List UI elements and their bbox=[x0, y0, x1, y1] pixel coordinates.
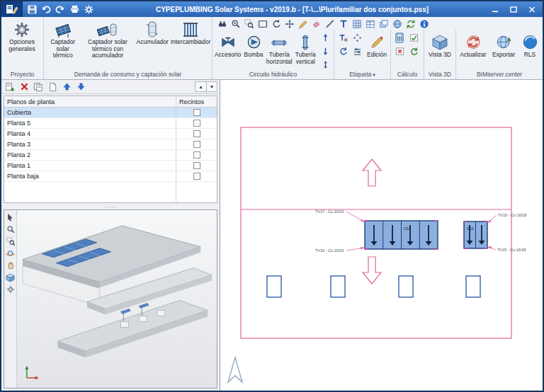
riser-both-icon[interactable] bbox=[319, 59, 332, 71]
close-button[interactable] bbox=[523, 4, 540, 16]
riser-down-icon[interactable] bbox=[319, 45, 332, 57]
tuberia-vertical-button[interactable]: Tubería vertical bbox=[294, 31, 317, 67]
measure-icon[interactable] bbox=[324, 18, 336, 29]
label-text-icon[interactable] bbox=[336, 32, 349, 44]
exportar-label: Exportar bbox=[492, 52, 515, 59]
collapse-down-button[interactable]: ▼ bbox=[206, 82, 217, 91]
vista-3d-button[interactable]: Vista 3D bbox=[426, 31, 454, 60]
label-rotate-icon[interactable] bbox=[336, 45, 349, 57]
move-up-icon[interactable] bbox=[60, 81, 73, 93]
print-icon[interactable] bbox=[68, 4, 81, 15]
delete-floor-icon[interactable] bbox=[18, 81, 30, 93]
drawing-canvas[interactable]: CS2 CS3 bbox=[220, 80, 543, 391]
edicion-button[interactable]: Edición bbox=[365, 31, 389, 60]
copy-floor-icon[interactable] bbox=[32, 81, 45, 93]
table-icon[interactable] bbox=[365, 18, 376, 29]
viewer-3d-scene[interactable] bbox=[17, 210, 217, 388]
binoculars-icon[interactable] bbox=[217, 18, 228, 29]
table-row-planta5[interactable]: Planta 5 bbox=[4, 118, 217, 129]
bomba-button[interactable]: Bomba bbox=[242, 31, 264, 60]
maximize-button[interactable] bbox=[505, 4, 522, 16]
floor-name: Planta 3 bbox=[4, 141, 176, 148]
help-icon[interactable] bbox=[419, 18, 430, 29]
undo-icon[interactable] bbox=[40, 4, 52, 15]
collapse-up-button[interactable]: ▲ bbox=[196, 82, 206, 91]
floor-name: Planta 4 bbox=[4, 130, 176, 137]
group-label-circuito: Circuito hidráulico bbox=[212, 70, 334, 79]
redo-icon[interactable] bbox=[54, 4, 67, 15]
save-icon[interactable] bbox=[26, 4, 38, 15]
collector-block-a[interactable]: CS2 bbox=[365, 221, 438, 249]
layers-icon[interactable] bbox=[378, 18, 390, 29]
intercambiador-button[interactable]: Intercambiador bbox=[171, 18, 210, 47]
table-row-planta4[interactable]: Planta 4 bbox=[4, 129, 217, 139]
recintos-checkbox[interactable] bbox=[193, 141, 200, 148]
etiqueta-dropdown-caret[interactable]: ▾ bbox=[373, 72, 375, 77]
edit-pencil-icon[interactable] bbox=[298, 18, 309, 29]
pan-hand-icon[interactable] bbox=[5, 260, 16, 270]
exportar-button[interactable]: Exportar bbox=[489, 31, 518, 60]
table-row-plantabaja[interactable]: Planta baja bbox=[4, 171, 217, 182]
floor-name: Planta 5 bbox=[4, 120, 176, 127]
vista-3d-label: Vista 3D bbox=[429, 52, 451, 59]
select-cursor-icon[interactable] bbox=[5, 212, 16, 222]
accesorio-button[interactable]: Accesorio bbox=[214, 31, 242, 60]
add-floor-icon[interactable] bbox=[4, 81, 16, 93]
table-row-planta1[interactable]: Planta 1 bbox=[4, 161, 217, 171]
check-results-icon[interactable] bbox=[407, 32, 420, 44]
recintos-checkbox[interactable] bbox=[193, 151, 200, 158]
globe-icon[interactable] bbox=[392, 18, 403, 29]
calculator-icon[interactable] bbox=[393, 32, 406, 44]
new-page-icon[interactable] bbox=[46, 81, 59, 93]
table-row-cubierta[interactable]: Cubierta bbox=[4, 108, 217, 118]
group-label-proyecto: Proyecto bbox=[1, 70, 43, 79]
label-config-icon[interactable] bbox=[351, 45, 363, 57]
zoom-in-icon[interactable] bbox=[230, 18, 242, 29]
captador-acumulador-button[interactable]: Captador solar térmico con acumulador bbox=[81, 18, 134, 61]
previous-view-icon[interactable] bbox=[271, 18, 282, 29]
collector-block-b[interactable]: CS3 bbox=[464, 221, 487, 248]
opciones-generales-button[interactable]: Opciones generales bbox=[3, 18, 41, 54]
iso-view-icon[interactable] bbox=[5, 272, 16, 282]
update-results-icon[interactable] bbox=[407, 45, 420, 57]
recintos-checkbox[interactable] bbox=[193, 109, 200, 116]
recintos-checkbox[interactable] bbox=[193, 173, 200, 180]
text-label-icon[interactable] bbox=[338, 18, 349, 29]
options-icon[interactable] bbox=[82, 4, 95, 15]
error-list-icon[interactable] bbox=[393, 45, 406, 57]
ribbon-group-calculo: Cálculo bbox=[391, 30, 424, 79]
panel-splitter[interactable] bbox=[1, 203, 220, 209]
recintos-checkbox[interactable] bbox=[193, 130, 200, 137]
viewer-zoom-icon[interactable] bbox=[5, 224, 16, 234]
table-row-planta2[interactable]: Planta 2 bbox=[4, 150, 217, 161]
label-move-icon[interactable] bbox=[351, 32, 363, 44]
riser-up-icon[interactable] bbox=[319, 32, 332, 44]
group-label-calculo: Cálculo bbox=[391, 70, 424, 79]
titlebar[interactable]: CYPEPLUMBING Solar Systems - v2019.b - [… bbox=[1, 1, 543, 17]
tuberia-horizontal-button[interactable]: Tubería horizontal bbox=[266, 31, 293, 67]
grid-icon[interactable] bbox=[351, 18, 363, 29]
move-down-icon[interactable] bbox=[74, 81, 87, 93]
recintos-checkbox[interactable] bbox=[193, 120, 200, 127]
zoom-window-icon[interactable] bbox=[244, 18, 255, 29]
captador-solar-button[interactable]: Captador solar térmico bbox=[45, 18, 80, 61]
recintos-checkbox[interactable] bbox=[193, 162, 200, 169]
rls-button[interactable]: RLS bbox=[518, 31, 541, 60]
sync-icon[interactable] bbox=[405, 18, 416, 29]
orbit-icon[interactable] bbox=[5, 248, 16, 258]
viewer-settings-icon[interactable] bbox=[5, 284, 16, 294]
table-row-planta3[interactable]: Planta 3 bbox=[4, 139, 217, 150]
viewer-zoom-window-icon[interactable] bbox=[5, 236, 16, 246]
floor-name: Planta 1 bbox=[4, 162, 176, 169]
zoom-extents-icon[interactable] bbox=[257, 18, 268, 29]
gear-icon bbox=[13, 20, 30, 39]
minimize-button[interactable] bbox=[487, 4, 504, 16]
app-window: CYPEPLUMBING Solar Systems - v2019.b - [… bbox=[0, 0, 544, 392]
pan-icon[interactable] bbox=[284, 18, 295, 29]
actualizar-button[interactable]: Actualizar bbox=[458, 31, 489, 60]
erase-icon[interactable] bbox=[311, 18, 322, 29]
app-icon[interactable] bbox=[1, 1, 23, 17]
building-3d-render bbox=[17, 210, 217, 388]
acumulador-button[interactable]: Acumulador bbox=[135, 18, 170, 47]
table-header: Planos de planta Recintos bbox=[4, 96, 217, 108]
